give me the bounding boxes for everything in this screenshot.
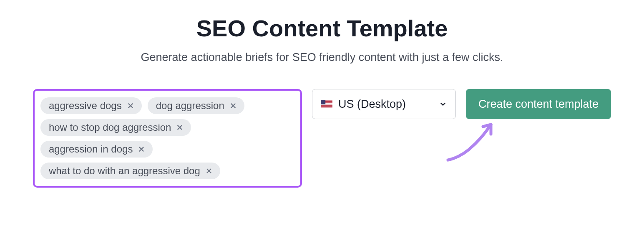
close-icon	[138, 145, 145, 153]
keyword-tag: how to stop dog aggression	[40, 119, 191, 136]
svg-rect-17	[321, 100, 325, 104]
page-title: SEO Content Template	[196, 15, 448, 42]
close-icon	[229, 102, 237, 109]
keyword-tag-label: how to stop dog aggression	[49, 122, 171, 132]
keyword-tag-label: aggressive dogs	[49, 101, 122, 111]
keyword-tag-label: what to do with an aggressive dog	[49, 166, 200, 176]
remove-tag-icon[interactable]	[175, 123, 184, 132]
keyword-tag: what to do with an aggressive dog	[40, 163, 220, 179]
us-flag-icon	[321, 100, 332, 108]
svg-rect-15	[321, 106, 332, 107]
remove-tag-icon[interactable]	[204, 166, 214, 175]
keyword-tag: aggression in dogs	[40, 141, 153, 158]
keyword-tag: dog aggression	[148, 97, 244, 114]
form-row: aggressive dogs dog aggression how to st…	[33, 89, 611, 188]
svg-rect-16	[321, 107, 332, 108]
keywords-tags-input[interactable]: aggressive dogs dog aggression how to st…	[33, 89, 302, 188]
close-icon	[176, 124, 184, 131]
close-icon	[127, 102, 134, 109]
region-select[interactable]: US (Desktop)	[312, 89, 456, 119]
region-label: US (Desktop)	[338, 98, 433, 111]
svg-rect-14	[321, 104, 332, 105]
keyword-tag-label: dog aggression	[156, 101, 224, 111]
remove-tag-icon[interactable]	[229, 101, 238, 110]
close-icon	[205, 167, 213, 175]
remove-tag-icon[interactable]	[137, 145, 146, 154]
keyword-tag: aggressive dogs	[40, 97, 142, 114]
page-subtitle: Generate actionable briefs for SEO frien…	[141, 51, 503, 64]
chevron-down-icon	[439, 100, 447, 108]
annotation-arrow-icon	[442, 118, 504, 164]
remove-tag-icon[interactable]	[126, 101, 135, 110]
keyword-tag-label: aggression in dogs	[49, 144, 133, 154]
create-content-template-button[interactable]: Create content template	[466, 89, 611, 119]
